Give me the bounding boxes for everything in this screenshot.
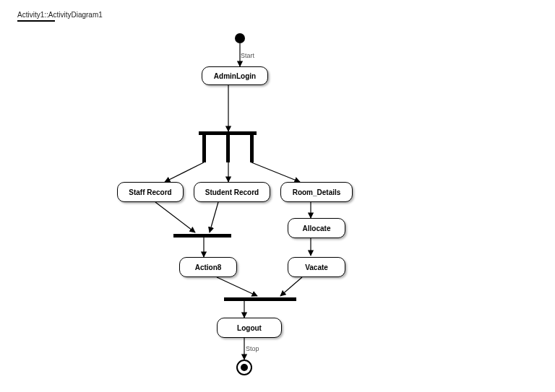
fork-leg-1b [226,135,230,162]
node-student-record[interactable]: Student Record [194,182,270,202]
node-staff-record[interactable]: Staff Record [117,182,184,202]
node-allocate[interactable]: Allocate [288,218,345,238]
final-node [236,360,252,375]
svg-line-10 [217,277,257,296]
node-logout[interactable]: Logout [217,318,282,338]
node-admin-login[interactable]: AdminLogin [202,66,268,85]
node-room-details[interactable]: Room_Details [280,182,353,202]
svg-line-4 [251,162,300,182]
svg-line-11 [280,277,302,296]
svg-line-6 [210,202,218,232]
svg-line-2 [165,162,204,182]
node-vacate[interactable]: Vacate [288,257,345,277]
initial-node [235,33,245,43]
svg-line-5 [155,202,195,232]
stop-label: Stop [246,345,259,352]
fork-leg-1c [250,135,254,162]
start-label: Start [241,52,254,59]
fork-leg-1a [202,135,206,162]
final-node-inner [241,364,248,371]
join-bar-1 [173,234,231,238]
node-action8[interactable]: Action8 [179,257,237,277]
join-bar-2 [224,297,296,301]
